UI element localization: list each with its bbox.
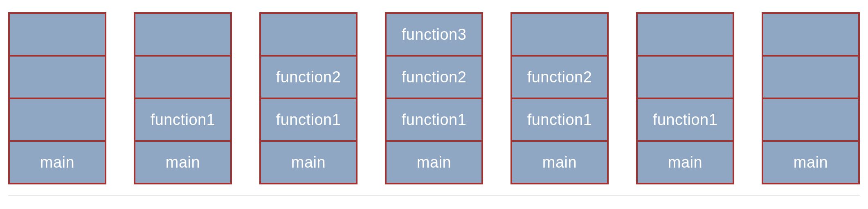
frame-label: main (166, 154, 200, 171)
frame-label: main (668, 154, 702, 171)
frame-label: function1 (276, 111, 341, 129)
frame-label: function1 (527, 111, 592, 129)
stack-frame: main (259, 140, 358, 184)
stack-frame (134, 55, 232, 99)
stack-frame: main (762, 140, 860, 184)
stack-frame: function1 (510, 98, 609, 142)
stack: main (8, 12, 106, 184)
stack-frame: function3 (385, 12, 483, 57)
frame-label: main (794, 154, 828, 171)
stack-frame (8, 55, 106, 99)
stack-frame: main (510, 140, 609, 184)
frame-label: function2 (402, 68, 467, 86)
stack-frame: function2 (385, 55, 483, 99)
frame-label: main (40, 154, 74, 171)
stack-frame (134, 12, 232, 57)
frame-label: main (417, 154, 451, 171)
stack-frame (8, 12, 106, 57)
stack: function2 function1 main (510, 12, 609, 184)
baseline-divider (8, 195, 860, 196)
stack-frame: function1 (636, 98, 734, 142)
frame-label: function1 (151, 111, 216, 129)
stack: function3 function2 function1 main (385, 12, 483, 184)
frame-label: function2 (527, 68, 592, 86)
stack-frame: main (636, 140, 734, 184)
stack-frame: function2 (259, 55, 358, 99)
frame-label: main (542, 154, 577, 171)
frame-label: function1 (653, 111, 718, 129)
stack-frame: function1 (134, 98, 232, 142)
stack-frame (762, 55, 860, 99)
stack-frame (259, 12, 358, 57)
stack-frame (762, 98, 860, 142)
stack: function1 main (134, 12, 232, 184)
stack-frame: main (385, 140, 483, 184)
stack-frame (8, 98, 106, 142)
frame-label: function1 (402, 111, 467, 129)
stack-frame: function1 (259, 98, 358, 142)
stack-frame: main (8, 140, 106, 184)
frame-label: function2 (276, 68, 341, 86)
stack: main (762, 12, 860, 184)
stack-frame (636, 12, 734, 57)
stack-diagram: main function1 main function2 function1 … (8, 12, 860, 184)
frame-label: function3 (402, 26, 467, 43)
stack-frame (510, 12, 609, 57)
stack-frame (636, 55, 734, 99)
stack-frame: main (134, 140, 232, 184)
stack: function2 function1 main (259, 12, 358, 184)
stack-frame (762, 12, 860, 57)
stack: function1 main (636, 12, 734, 184)
stack-frame: function2 (510, 55, 609, 99)
stack-frame: function1 (385, 98, 483, 142)
frame-label: main (291, 154, 326, 171)
